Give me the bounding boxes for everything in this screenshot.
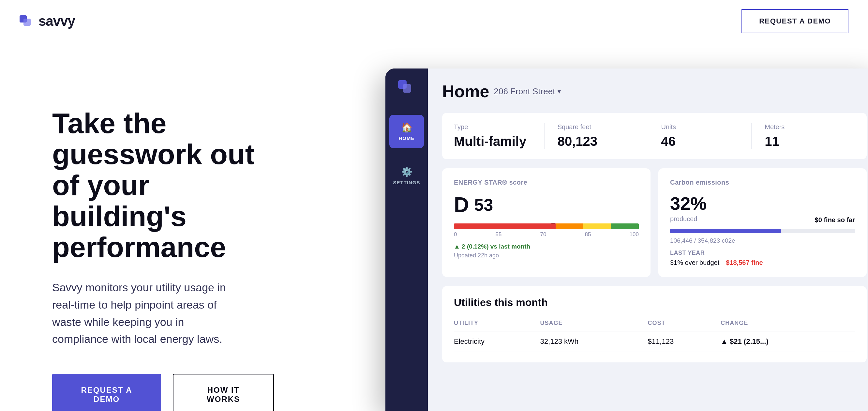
carbon-progress-track xyxy=(670,229,855,233)
carbon-label: Carbon emissions xyxy=(670,179,855,186)
stat-meters: Meters 11 xyxy=(751,123,855,149)
utility-usage: 32,123 kWh xyxy=(540,331,648,352)
header: savvy REQUEST A DEMO xyxy=(0,0,868,42)
utilities-card: Utilities this month UTILITY USAGE COST … xyxy=(442,286,867,362)
device-inner: 🏠 HOME ⚙️ SETTINGS Home 206 Front Stree xyxy=(385,68,868,411)
sqft-label: Square feet xyxy=(558,123,635,131)
carbon-fine-value: $0 fine so far xyxy=(815,216,855,224)
sidebar-settings-label: SETTINGS xyxy=(393,180,420,185)
utility-name: Electricity xyxy=(454,331,540,352)
carbon-progress-bar xyxy=(670,229,781,233)
carbon-last-year-label: LAST YEAR xyxy=(670,249,855,256)
hero-primary-button[interactable]: REQUEST A DEMO xyxy=(52,374,161,411)
utilities-title: Utilities this month xyxy=(454,296,855,309)
stat-sqft: Square feet 80,123 xyxy=(544,123,648,149)
col-usage: USAGE xyxy=(540,316,648,331)
settings-icon: ⚙️ xyxy=(401,166,412,177)
score-updated: Updated 22h ago xyxy=(454,252,639,259)
utilities-header-row: UTILITY USAGE COST CHANGE xyxy=(454,316,855,331)
carbon-produced-label: produced xyxy=(670,215,697,223)
table-row: Electricity 32,123 kWh $11,123 ▲ $21 (2.… xyxy=(454,331,855,352)
utility-cost: $11,123 xyxy=(648,331,721,352)
carbon-card: Carbon emissions 32% produced $0 fine so… xyxy=(658,168,867,277)
utilities-table: UTILITY USAGE COST CHANGE Electricity 32… xyxy=(454,316,855,352)
page-title: Home xyxy=(442,82,489,101)
address-dropdown-icon[interactable]: ▾ xyxy=(558,87,561,95)
page-address: 206 Front Street ▾ xyxy=(494,86,561,96)
device-frame: 🏠 HOME ⚙️ SETTINGS Home 206 Front Stree xyxy=(385,68,868,411)
hero-title: Take the guesswork out of your building'… xyxy=(52,108,261,263)
bar-green xyxy=(611,224,639,229)
type-value: Multi-family xyxy=(454,134,531,149)
address-text: 206 Front Street xyxy=(494,86,555,96)
grade-letter: D xyxy=(454,193,469,217)
sidebar-item-home[interactable]: 🏠 HOME xyxy=(389,115,424,148)
carbon-stats: 106,446 / 354,823 c02e xyxy=(670,237,855,244)
hero-section: Take the guesswork out of your building'… xyxy=(0,42,868,411)
tick-100: 100 xyxy=(630,231,639,238)
svg-rect-3 xyxy=(403,84,411,93)
logo-text: savvy xyxy=(38,13,75,29)
grade-number: 53 xyxy=(474,195,493,215)
sqft-value: 80,123 xyxy=(558,134,635,149)
sidebar: 🏠 HOME ⚙️ SETTINGS xyxy=(385,68,428,411)
bar-yellow xyxy=(583,224,611,229)
svg-rect-1 xyxy=(24,19,31,26)
energy-star-card: ENERGY STAR® score D 53 ▼ xyxy=(442,168,651,277)
hero-subtitle: Savvy monitors your utility usage in rea… xyxy=(52,279,241,348)
carbon-budget-text: 31% over budget xyxy=(670,259,719,266)
bar-red xyxy=(454,224,556,229)
units-value: 46 xyxy=(661,134,739,149)
dashboard-main: Home 206 Front Street ▾ Type Multi-famil… xyxy=(428,68,868,411)
carbon-percent: 32% xyxy=(670,193,855,214)
energy-star-label: ENERGY STAR® score xyxy=(454,179,639,186)
carbon-header-row: produced $0 fine so far xyxy=(670,215,855,225)
utilities-table-head: UTILITY USAGE COST CHANGE xyxy=(454,316,855,331)
carbon-budget-row: 31% over budget $18,567 fine xyxy=(670,259,855,266)
col-change: CHANGE xyxy=(721,316,855,331)
type-label: Type xyxy=(454,123,531,131)
score-bar-container: ▼ 0 55 xyxy=(454,224,639,238)
score-ticks: 0 55 70 85 100 xyxy=(454,231,639,238)
hero-content: Take the guesswork out of your building'… xyxy=(52,68,274,411)
savvy-logo-icon xyxy=(20,15,35,27)
header-demo-button[interactable]: REQUEST A DEMO xyxy=(742,9,848,33)
score-change: ▲ 2 (0.12%) vs last month xyxy=(454,243,639,250)
tick-70: 70 xyxy=(540,231,547,238)
hero-secondary-button[interactable]: HOW IT WORKS xyxy=(173,374,274,411)
energy-score-row: D 53 xyxy=(454,193,639,217)
score-bar xyxy=(454,224,639,229)
meters-label: Meters xyxy=(765,123,842,131)
hero-buttons: REQUEST A DEMO HOW IT WORKS xyxy=(52,374,274,411)
home-icon: 🏠 xyxy=(401,122,412,133)
tick-0: 0 xyxy=(454,231,457,238)
utility-change: ▲ $21 (2.15...) xyxy=(721,331,855,352)
sidebar-home-label: HOME xyxy=(399,135,415,141)
stats-row: Type Multi-family Square feet 80,123 Uni… xyxy=(454,123,855,149)
logo: savvy xyxy=(20,13,75,29)
meters-value: 11 xyxy=(765,134,842,149)
units-label: Units xyxy=(661,123,739,131)
col-utility: UTILITY xyxy=(454,316,540,331)
page-header: Home 206 Front Street ▾ xyxy=(442,82,867,101)
tick-85: 85 xyxy=(585,231,591,238)
utilities-table-body: Electricity 32,123 kWh $11,123 ▲ $21 (2.… xyxy=(454,331,855,352)
sidebar-item-settings[interactable]: ⚙️ SETTINGS xyxy=(385,159,428,193)
sidebar-logo-icon xyxy=(398,80,415,94)
bar-orange xyxy=(556,224,583,229)
carbon-budget-fine: $18,567 fine xyxy=(726,259,763,266)
col-cost: COST xyxy=(648,316,721,331)
tick-55: 55 xyxy=(496,231,502,238)
stat-units: Units 46 xyxy=(648,123,752,149)
stat-type: Type Multi-family xyxy=(454,123,544,149)
stats-card: Type Multi-family Square feet 80,123 Uni… xyxy=(442,113,867,159)
metrics-row: ENERGY STAR® score D 53 ▼ xyxy=(442,168,867,277)
dashboard-mockup: 🏠 HOME ⚙️ SETTINGS Home 206 Front Stree xyxy=(385,68,868,411)
carbon-fine-label: $0 fine so far xyxy=(815,216,855,224)
